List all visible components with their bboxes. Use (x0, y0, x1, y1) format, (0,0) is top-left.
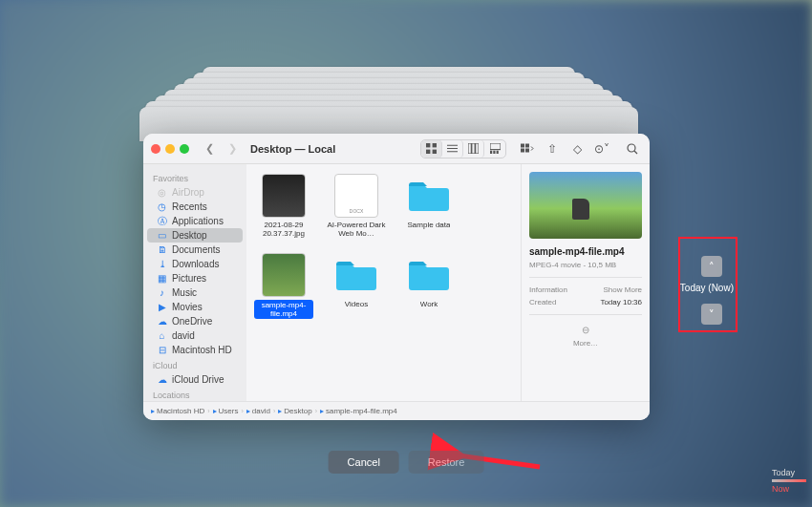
path-bar[interactable]: ▸ Macintosh HD›▸ Users›▸ david›▸ Desktop… (143, 401, 650, 420)
svg-rect-10 (490, 143, 501, 150)
created-label: Created (529, 298, 556, 306)
action-buttons: Cancel Restore (329, 451, 484, 474)
preview-thumbnail (529, 172, 642, 239)
sidebar-item-downloads[interactable]: ⤓Downloads (147, 257, 243, 271)
img-icon (262, 174, 306, 218)
sidebar-item-macintosh-hd[interactable]: ⊟Macintosh HD (147, 343, 243, 357)
movies-icon: ▶ (157, 302, 167, 312)
sidebar-item-recents[interactable]: ◷Recents (147, 200, 243, 214)
created-value: Today 10:36 (600, 298, 642, 306)
path-crumb[interactable]: ▸ Desktop (278, 407, 311, 415)
file-name-label: AI-Powered Dark Web Mo…21.docx (327, 221, 386, 240)
icon-view-button[interactable] (421, 140, 442, 158)
icloud-icon: ☁ (157, 374, 167, 385)
path-separator: › (241, 408, 243, 414)
file-item[interactable]: 2021-08-29 20.37.37.jpg (254, 174, 313, 240)
sidebar-section-label: Favorites (143, 170, 246, 185)
path-crumb[interactable]: ▸ sample-mp4-file.mp4 (320, 407, 397, 415)
info-label: Information (529, 285, 567, 294)
file-name-label: Videos (345, 300, 368, 308)
minimize-icon[interactable] (165, 144, 175, 154)
file-item[interactable]: Videos (327, 253, 386, 319)
sidebar-item-movies[interactable]: ▶Movies (147, 300, 243, 314)
column-view-button[interactable] (463, 140, 484, 158)
svg-rect-3 (433, 150, 437, 154)
path-crumb[interactable]: ▸ Users (213, 407, 239, 415)
restore-button[interactable]: Restore (409, 451, 484, 474)
folder-icon (407, 174, 451, 218)
more-label[interactable]: More… (529, 339, 642, 348)
annotation-box (678, 237, 737, 332)
search-button[interactable] (623, 139, 642, 158)
path-crumb[interactable]: ▸ Macintosh HD (151, 407, 204, 415)
svg-rect-8 (472, 143, 475, 154)
close-icon[interactable] (151, 144, 160, 154)
sidebar-item-icloud-drive[interactable]: ☁iCloud Drive (147, 372, 243, 387)
finder-window: ❮ ❯ Desktop — Local ⇧ ◇ ⊙˅ Favorites ◎Ai… (143, 134, 650, 420)
file-item[interactable]: Work (399, 253, 459, 319)
cloud-icon: ☁ (157, 316, 167, 327)
svg-rect-15 (525, 144, 529, 148)
airdrop-icon: ◎ (157, 187, 167, 198)
apps-icon: Ⓐ (157, 216, 167, 226)
view-mode-group (420, 139, 506, 158)
sidebar-item-documents[interactable]: 🗎Documents (147, 243, 243, 257)
path-separator: › (273, 408, 275, 414)
sidebar-item-applications[interactable]: ⒶApplications (147, 214, 243, 228)
path-crumb[interactable]: ▸ david (246, 407, 270, 415)
svg-line-19 (634, 151, 637, 154)
preview-subtitle: MPEG-4 movie - 10,5 MB (529, 261, 642, 269)
timeline-now-label: Now (772, 484, 806, 494)
clock-icon: ◷ (157, 201, 167, 212)
sidebar-item-desktop[interactable]: ▭Desktop (147, 228, 243, 243)
documents-icon: 🗎 (157, 244, 167, 255)
path-separator: › (207, 408, 209, 414)
file-item[interactable]: AI-Powered Dark Web Mo…21.docx (327, 174, 386, 240)
file-item[interactable]: Sample data (399, 174, 459, 240)
file-name-label: sample-mp4-file.mp4 (254, 300, 313, 319)
svg-rect-1 (433, 143, 437, 147)
doc-icon (334, 174, 378, 218)
music-icon: ♪ (157, 287, 167, 298)
file-name-label: Sample data (408, 221, 451, 229)
maximize-icon[interactable] (180, 144, 189, 154)
group-by-button[interactable] (518, 139, 537, 158)
svg-rect-9 (476, 143, 479, 154)
action-button[interactable]: ⊙˅ (592, 139, 611, 158)
show-more-link[interactable]: Show More (604, 285, 642, 294)
timeline-scrubber[interactable]: Today Now (772, 468, 806, 494)
svg-rect-14 (521, 144, 524, 148)
tag-button[interactable]: ◇ (567, 139, 587, 158)
home-icon: ⌂ (157, 330, 167, 341)
sidebar-item-music[interactable]: ♪Music (147, 285, 243, 300)
sidebar-item-onedrive[interactable]: ☁OneDrive (147, 314, 243, 328)
sidebar-item-home[interactable]: ⌂david (147, 328, 243, 343)
forward-button[interactable]: ❯ (224, 140, 241, 158)
svg-rect-11 (490, 151, 492, 154)
gallery-view-button[interactable] (484, 140, 505, 158)
file-browser[interactable]: 2021-08-29 20.37.37.jpgAI-Powered Dark W… (246, 164, 521, 401)
sidebar-item-airdrop[interactable]: ◎AirDrop (147, 185, 243, 200)
share-button[interactable]: ⇧ (543, 139, 562, 158)
cancel-button[interactable]: Cancel (329, 451, 399, 474)
downloads-icon: ⤓ (157, 259, 167, 269)
sidebar-section-label: iCloud (143, 357, 246, 372)
svg-rect-13 (496, 151, 498, 154)
hdd-icon: ⊟ (157, 345, 167, 355)
sidebar-item-pictures[interactable]: ▦Pictures (147, 271, 243, 285)
list-view-button[interactable] (442, 140, 463, 158)
svg-rect-16 (521, 149, 524, 153)
more-icon[interactable]: ⊖ (529, 325, 642, 335)
sidebar-section-label: Locations (143, 387, 246, 401)
svg-rect-12 (493, 151, 495, 154)
path-separator: › (315, 408, 317, 414)
svg-rect-7 (468, 143, 471, 154)
video-icon (262, 253, 306, 297)
folder-icon (334, 253, 378, 297)
file-item[interactable]: sample-mp4-file.mp4 (254, 253, 313, 319)
timeline-today-label: Today (772, 468, 806, 477)
timeline-bar[interactable] (772, 479, 806, 482)
pictures-icon: ▦ (157, 273, 167, 284)
file-name-label: 2021-08-29 20.37.37.jpg (254, 221, 313, 238)
back-button[interactable]: ❮ (201, 140, 218, 158)
